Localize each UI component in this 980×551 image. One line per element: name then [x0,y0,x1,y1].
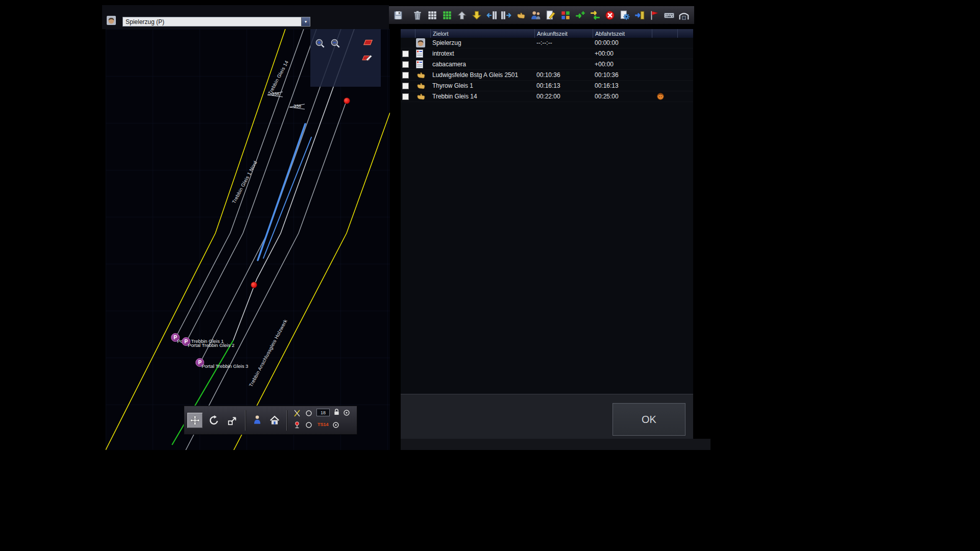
move-down-button[interactable] [471,9,483,21]
selection-cell [401,81,415,91]
flag-button[interactable] [648,9,660,21]
grid-green-button[interactable] [441,9,453,21]
split-left-button[interactable] [485,9,498,21]
insert-green-button[interactable] [574,9,586,21]
timetable-rows: Spielerzug--:--:--00:00:00introtext+00:0… [401,38,693,102]
extra-cell [652,59,677,69]
header-ankunftszeit[interactable]: Ankunftszeit [534,29,593,38]
map-viewport[interactable]: 18 TS14 Trebbin Gleis 14Trebbin Gleis 1 … [106,29,390,450]
area-edit-icon [361,54,373,63]
save-icon [393,10,404,21]
ok-button[interactable]: OK [612,403,685,436]
zielort-cell: Ludwigsfelde Bstg A Gleis 2501 [430,70,534,80]
ankunftszeit-cell: --:--:-- [534,38,593,48]
grid-button[interactable] [426,9,438,21]
train-selector[interactable]: Spielerzug (P) ▼ [122,17,310,27]
row-checkbox[interactable] [402,51,409,57]
target-icon [343,409,350,416]
color-grid-icon [560,10,571,21]
area-red-icon [362,38,374,47]
extra-cell [652,48,677,59]
home-view-button[interactable] [267,413,282,428]
hand-icon [415,91,430,102]
hand-icon [516,11,526,20]
circle-toggle[interactable] [305,410,312,419]
gear-page-button[interactable] [619,9,631,21]
ts-label: TS14 [317,422,329,427]
table-row[interactable]: Ludwigsfelde Bstg A Gleis 250100:10:3600… [401,70,693,81]
grid-icon [427,10,438,21]
table-row[interactable]: introtext+00:00 [401,48,693,59]
color-grid-button[interactable] [559,9,572,21]
toolbar-divider [245,410,246,431]
target2-toggle[interactable] [332,421,339,431]
combo-dropdown-icon[interactable]: ▼ [301,17,310,26]
split-right-button[interactable] [500,9,512,21]
save-button[interactable] [392,9,404,21]
map-grid [106,29,390,450]
merge-arrows-button[interactable] [589,9,601,21]
target-toggle[interactable] [343,409,350,418]
table-row[interactable]: cabacamera+00:00 [401,59,693,70]
area-red-button[interactable] [362,37,374,48]
footer-strip [401,439,710,450]
map-top-bar: Spielerzug (P) ▼ [102,5,389,29]
header-icon-col [415,29,430,38]
hand-button[interactable] [515,9,527,21]
header-selection-col [401,29,415,38]
depot-button[interactable] [678,9,690,21]
zielort-cell: introtext [430,48,534,59]
zoom-in-button[interactable] [314,38,326,49]
move-up-button[interactable] [456,9,468,21]
depot-icon [678,10,690,21]
row-checkbox[interactable] [402,61,409,68]
zielort-cell: cabacamera [430,59,534,69]
row-checkbox[interactable] [402,93,409,100]
driver-icon [652,91,677,102]
move-tool-button[interactable] [187,413,203,428]
keyboard-button[interactable] [663,9,675,21]
abfahrtszeit-cell: 00:10:36 [593,70,652,80]
signal-red-icon [293,421,301,429]
delete-button[interactable] [411,9,424,21]
zoom-out-button[interactable] [330,38,341,49]
header-abfahrtszeit[interactable]: Abfahrtszeit [593,29,652,38]
ankunftszeit-cell [534,59,593,69]
rotate-icon [208,415,219,426]
move-element-tool-button[interactable] [225,413,240,428]
lock-toggle[interactable] [333,408,340,418]
remove-red-button[interactable] [604,9,616,21]
row-checkbox[interactable] [402,83,409,89]
move-element-icon [227,415,238,426]
remove-red-icon [604,10,616,21]
select-object-tool-button[interactable] [250,412,265,428]
signal-yellow-toggle[interactable] [293,409,301,419]
ankunftszeit-cell [534,48,593,59]
header-zielort[interactable]: Zielort [430,29,534,38]
abfahrtszeit-cell: 00:00:00 [593,38,652,48]
zoom-in-icon [314,38,326,49]
import-icon [634,10,645,21]
signal-red-dot[interactable] [344,97,350,104]
delete-icon [412,10,423,21]
extra-cell [677,91,693,102]
table-row[interactable]: Spielerzug--:--:--00:00:00 [401,38,693,48]
signal-red-dot[interactable] [251,282,257,288]
edit-button[interactable] [545,9,557,21]
area-edit-button[interactable] [361,53,373,64]
people-button[interactable] [530,9,542,21]
table-row[interactable]: Thyrow Gleis 100:16:1300:16:13 [401,81,693,91]
circle2-toggle[interactable] [305,421,312,431]
zoom-level-box[interactable]: 18 [316,409,330,416]
rotate-tool-button[interactable] [206,413,222,428]
import-button[interactable] [633,9,646,21]
event-icon [415,59,430,69]
extra-cell [677,81,693,91]
timetable: Zielort Ankunftszeit Abfahrtszeit Spiele… [401,29,693,394]
hand-icon [415,70,430,80]
signal-red-toggle[interactable] [293,421,301,431]
table-row[interactable]: Trebbin Gleis 1400:22:0000:25:00 [401,91,693,102]
row-checkbox[interactable] [402,72,409,79]
flag-icon [649,10,660,21]
split-right-icon [501,10,512,21]
